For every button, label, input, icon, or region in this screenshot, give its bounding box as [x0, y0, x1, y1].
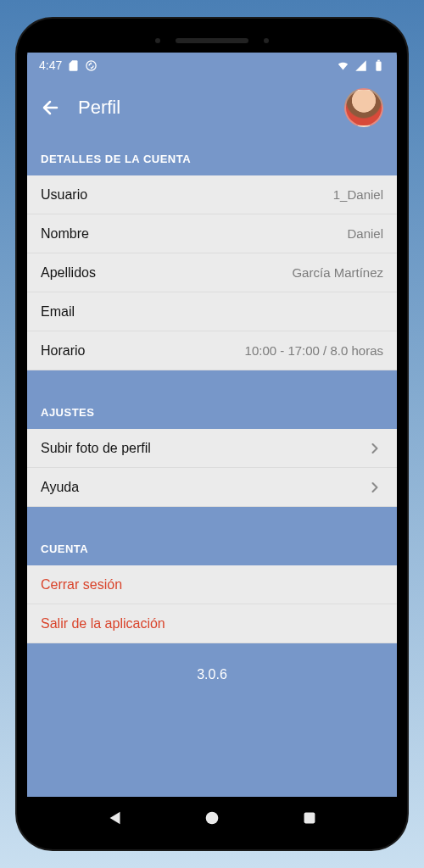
content: DETALLES DE LA CUENTA Usuario 1_Daniel N…	[27, 137, 397, 797]
svg-rect-2	[377, 59, 380, 61]
sync-icon	[85, 59, 98, 72]
value-surname: García Martínez	[292, 265, 383, 280]
row-email: Email	[27, 292, 397, 331]
phone-inner: 4:47 Perfil DETALLES DE LA CUENTA	[27, 29, 397, 839]
label-upload-photo: Subir foto de perfil	[41, 441, 366, 456]
section-header-details: DETALLES DE LA CUENTA	[27, 137, 397, 175]
android-nav-bar	[27, 797, 397, 839]
chevron-right-icon	[366, 440, 383, 457]
status-time: 4:47	[39, 58, 62, 72]
label-help: Ayuda	[41, 480, 366, 495]
page-title: Perfil	[78, 97, 327, 119]
svg-rect-4	[304, 813, 315, 824]
avatar[interactable]	[344, 88, 383, 127]
phone-frame: 4:47 Perfil DETALLES DE LA CUENTA	[17, 19, 407, 849]
signal-icon	[354, 59, 367, 72]
label-user: Usuario	[41, 187, 333, 203]
svg-rect-1	[376, 61, 381, 70]
label-name: Nombre	[41, 226, 347, 242]
svg-point-3	[206, 812, 219, 825]
back-arrow-icon[interactable]	[41, 97, 61, 118]
label-exit: Salir de la aplicación	[41, 616, 383, 632]
row-logout[interactable]: Cerrar sesión	[27, 565, 397, 604]
battery-icon	[372, 59, 385, 72]
row-schedule: Horario 10:00 - 17:00 / 8.0 horas	[27, 331, 397, 370]
nav-recent-icon[interactable]	[300, 809, 319, 827]
sensor-bar	[27, 29, 397, 53]
value-name: Daniel	[347, 226, 383, 241]
chevron-right-icon	[366, 479, 383, 496]
label-schedule: Horario	[41, 343, 245, 359]
label-logout: Cerrar sesión	[41, 577, 383, 593]
version-label: 3.0.6	[27, 643, 397, 706]
section-header-settings: AJUSTES	[27, 391, 397, 429]
app-bar: Perfil	[27, 78, 397, 137]
status-bar: 4:47	[27, 53, 397, 78]
row-help[interactable]: Ayuda	[27, 468, 397, 507]
value-user: 1_Daniel	[333, 187, 383, 202]
label-surname: Apellidos	[41, 265, 292, 281]
row-surname: Apellidos García Martínez	[27, 253, 397, 292]
svg-point-0	[86, 60, 96, 70]
nav-back-icon[interactable]	[106, 809, 125, 827]
label-email: Email	[41, 304, 383, 320]
row-name: Nombre Daniel	[27, 214, 397, 253]
nav-home-icon[interactable]	[203, 809, 221, 827]
row-exit[interactable]: Salir de la aplicación	[27, 604, 397, 643]
row-upload-photo[interactable]: Subir foto de perfil	[27, 429, 397, 468]
sd-card-icon	[67, 59, 80, 72]
section-header-account: CUENTA	[27, 527, 397, 565]
value-schedule: 10:00 - 17:00 / 8.0 horas	[245, 343, 383, 358]
wifi-icon	[337, 59, 349, 72]
screen: 4:47 Perfil DETALLES DE LA CUENTA	[27, 53, 397, 797]
row-user: Usuario 1_Daniel	[27, 175, 397, 214]
